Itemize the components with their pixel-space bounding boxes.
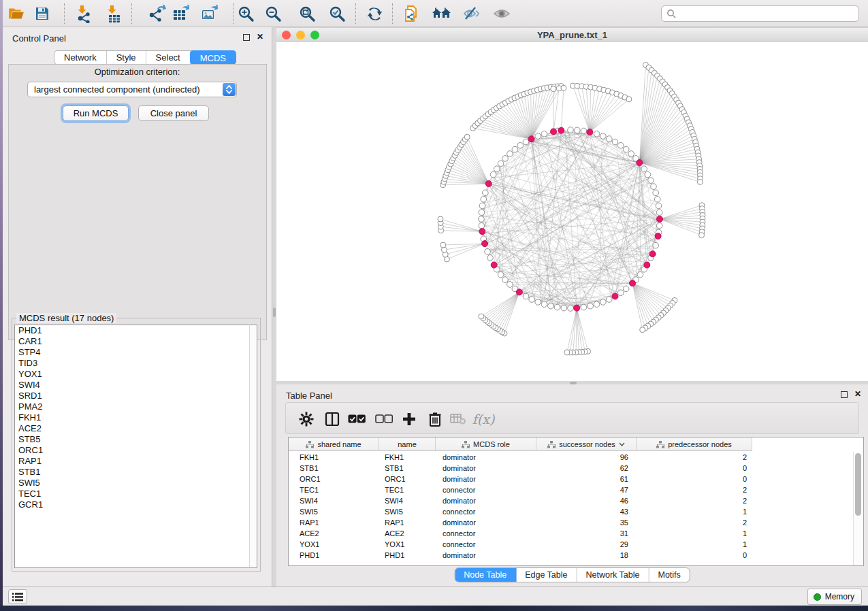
column-header-MCDS-role[interactable]: MCDS role [436,437,536,451]
table-row[interactable]: FKH1FKH1dominator962 [289,452,752,463]
ring-node[interactable] [479,222,485,229]
leaf-node[interactable] [551,86,556,92]
table-row[interactable]: YOX1YOX1connector291 [289,539,752,550]
table-row[interactable]: ACE2ACE2connector311 [289,528,752,539]
ring-node[interactable] [485,249,491,255]
ring-node[interactable] [507,282,513,288]
ring-node[interactable] [490,171,496,178]
mcds-result-item[interactable]: SWI4 [15,380,250,391]
ring-node[interactable] [507,151,513,157]
tab-mcds[interactable]: MCDS [190,50,236,65]
network-canvas[interactable] [276,42,868,381]
tab-node-table[interactable]: Node Table [455,568,516,582]
ring-node[interactable] [479,210,485,216]
import-network-icon[interactable] [72,3,94,24]
export-network-icon[interactable] [146,3,167,24]
ring-node[interactable] [607,136,613,142]
ring-node[interactable] [656,203,662,209]
table-row[interactable]: PHD1PHD1dominator180 [289,550,752,561]
show-columns-icon[interactable] [321,408,343,430]
leaf-node[interactable] [626,97,632,102]
delete-column-icon[interactable] [424,408,446,430]
search-input[interactable] [676,7,858,20]
close-panel-icon[interactable]: ✕ [854,389,861,399]
ring-node[interactable] [479,216,485,222]
zoom-in-icon[interactable] [235,3,257,24]
ring-node[interactable] [581,128,587,134]
mcds-result-item[interactable]: FKH1 [15,412,250,423]
mcds-result-item[interactable]: RAP1 [15,456,250,467]
ring-node[interactable] [594,131,600,137]
network-window-titlebar[interactable]: YPA_prune.txt_1 [276,27,868,42]
ring-node[interactable] [498,271,504,278]
ring-node[interactable] [517,142,524,148]
mcds-hub-node[interactable] [528,136,534,142]
ring-node[interactable] [623,286,629,292]
ring-node[interactable] [479,203,485,209]
mcds-result-item[interactable]: SWI5 [15,478,250,489]
tab-style[interactable]: Style [107,51,146,64]
run-mcds-button[interactable]: Run MCDS [63,105,129,121]
ring-node[interactable] [656,210,662,216]
open-file-icon[interactable] [5,3,27,24]
ring-node[interactable] [654,197,660,203]
leaf-node[interactable] [438,216,443,222]
ring-node[interactable] [487,255,494,261]
ring-node[interactable] [600,299,607,306]
float-panel-icon[interactable] [841,391,848,398]
ring-node[interactable] [502,277,509,283]
ring-node[interactable] [535,299,541,306]
ring-node[interactable] [541,301,547,308]
mcds-hub-node[interactable] [491,262,497,268]
mcds-result-item[interactable]: TID3 [15,358,250,369]
ring-node[interactable] [554,304,560,310]
zoom-selected-icon[interactable] [326,3,348,24]
ring-node[interactable] [574,127,580,133]
ring-node[interactable] [494,166,500,172]
mcds-hub-node[interactable] [587,129,593,135]
table-row[interactable]: STB1STB1dominator620 [289,463,752,474]
ring-node[interactable] [588,303,594,309]
table-scrollbar[interactable] [853,452,863,565]
ring-node[interactable] [617,290,624,296]
deselect-all-icon[interactable] [373,408,395,430]
import-table-icon[interactable] [102,3,124,24]
function-builder-icon[interactable]: f(x) [472,408,494,430]
mcds-hub-node[interactable] [551,129,557,135]
column-header-shared-name[interactable]: shared name [289,437,379,451]
column-header-name[interactable]: name [379,437,436,451]
leaf-node[interactable] [440,242,446,248]
mcds-hub-node[interactable] [479,229,485,235]
mcds-hub-node[interactable] [644,262,650,268]
copy-view-icon[interactable] [401,3,423,24]
ring-node[interactable] [645,171,651,178]
mcds-result-item[interactable]: ORC1 [15,445,250,456]
tab-select[interactable]: Select [146,51,191,64]
float-panel-icon[interactable] [243,34,250,41]
tab-edge-table[interactable]: Edge Table [516,568,577,582]
hide-selected-icon[interactable] [461,3,483,24]
show-all-icon[interactable] [491,3,513,24]
mcds-result-item[interactable]: SRD1 [15,391,250,401]
mcds-hub-node[interactable] [637,160,643,166]
ring-node[interactable] [561,305,567,311]
ring-node[interactable] [637,271,643,278]
select-all-icon[interactable] [346,408,368,430]
column-header-predecessor-nodes[interactable]: predecessor nodes [637,437,752,451]
leaf-node[interactable] [464,134,470,139]
leaf-node[interactable] [561,85,566,90]
ring-node[interactable] [541,131,547,137]
column-header-successor-nodes[interactable]: successor nodes [536,437,637,451]
tab-network-table[interactable]: Network Table [577,568,649,582]
ring-node[interactable] [653,190,659,196]
mcds-result-item[interactable]: PHD1 [15,325,250,336]
table-row[interactable]: SWI5SWI5connector431 [289,506,752,517]
ring-node[interactable] [656,222,662,229]
close-panel-button[interactable]: Close panel [138,105,209,121]
ring-node[interactable] [581,304,587,310]
mcds-hub-node[interactable] [630,280,636,286]
mcds-result-item[interactable]: PMA2 [15,401,250,412]
memory-button[interactable]: Memory [807,589,862,605]
save-session-icon[interactable] [31,3,53,24]
tab-motifs[interactable]: Motifs [649,568,689,582]
